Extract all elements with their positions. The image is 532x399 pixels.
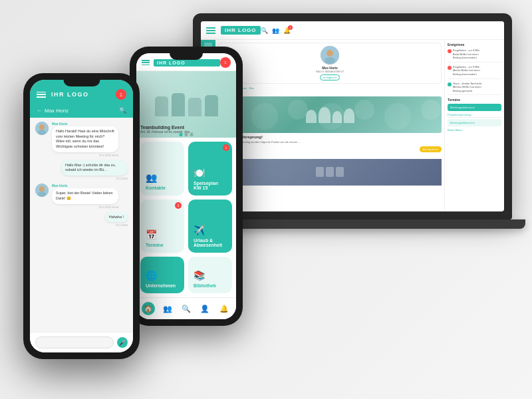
chat-time-3: 23.1.2023 14:09	[52, 205, 118, 209]
phone2-carousel[interactable]: Teambuilding Event Am 18. Februar ist es…	[136, 71, 236, 138]
mic-button[interactable]: 🎤	[117, 337, 128, 348]
laptop-post1-title: Meeting mit Vorsprung!	[218, 135, 442, 139]
termin-item-2[interactable]: Projektbesprechung	[448, 112, 501, 118]
laptop-header: IHR LOGO 🔍 👥 🔔 1	[201, 21, 504, 40]
grid-item-termine[interactable]: 3 📅 Termine	[140, 200, 184, 253]
phone1-device: IHR LOGO 1 ← Max Horiz 🔍	[23, 73, 140, 359]
chat-bubble-1: Hallo Harald! Hast du eine Mitschrift vo…	[52, 126, 118, 152]
carousel-dot-2	[185, 133, 188, 136]
phone2-notification-badge[interactable]: 1	[220, 57, 231, 68]
grid-urlaub-label: Urlaub & Abwesenheit	[194, 238, 227, 247]
grid-unternehmen-icon: 🌐	[146, 270, 157, 281]
phone1-back-nav: ← Max Horiz 🔍	[30, 105, 133, 118]
chat-bubble-wrapper-3: Max Horiz Super, bist der Beste! Vielen …	[52, 184, 118, 208]
svg-point-5	[38, 130, 46, 135]
chat-bubble-wrapper-4: Hahaha ! 23.1.2023	[105, 212, 128, 227]
right-item-dot-1	[448, 49, 452, 53]
laptop-header-icons: 🔍 👥 🔔 1	[261, 27, 291, 34]
search-chat-icon[interactable]: 🔍	[119, 107, 126, 114]
chat-bubble-2: Hallo Max :) schicke dir das zu, sobald …	[61, 160, 128, 176]
grid-item-urlaub[interactable]: ✈️ Urlaub & Abwesenheit	[188, 200, 232, 253]
laptop-right-item-2: Eingeladen - vor 8 MinMartin Müller hat …	[448, 65, 501, 79]
phone2-notch	[170, 53, 203, 60]
phone2-body: IHR LOGO 1 Teambuilding Ev	[130, 47, 243, 326]
right-item-text-3: Team - direkte NachrichtMarkus Möller ha…	[453, 82, 481, 93]
search-icon[interactable]: 🔍	[261, 27, 268, 34]
laptop-hamburger-icon[interactable]	[206, 27, 215, 34]
phone1-notification-badge[interactable]: 1	[116, 89, 126, 100]
phone1-chat-area[interactable]: Max Horiz Hallo Harald! Hast du eine Mit…	[30, 118, 133, 332]
chat-bubble-wrapper-1: Max Horiz Hallo Harald! Hast du eine Mit…	[52, 122, 118, 157]
nav-home-icon[interactable]: 🏠	[142, 302, 155, 315]
laptop-profile-role: SALES MANAGEMENT	[316, 70, 344, 73]
chat-avatar-3	[35, 184, 49, 197]
nav-search-icon[interactable]: 🔍	[180, 302, 193, 315]
termin-item-4[interactable]: Beate Blank...	[448, 128, 501, 132]
svg-point-8	[38, 192, 46, 197]
termin-item-1[interactable]: Beratungs­diskussion	[448, 104, 501, 111]
users-icon[interactable]: 👥	[272, 27, 279, 34]
chat-contact-name: Max Horiz	[45, 108, 68, 114]
phone2-grid-bottom: 🌐 Unternehmen 📚 Bibliothek	[136, 257, 236, 297]
right-item-dot-3	[448, 82, 452, 86]
phone2-carousel-dots	[180, 133, 194, 136]
laptop-right-item-1: Eingeladen - vor 8 MinAnita Müller hat e…	[448, 49, 501, 63]
chat-time-4: 23.1.2023	[116, 223, 128, 227]
phone2-device: IHR LOGO 1 Teambuilding Ev	[130, 47, 243, 326]
laptop-logo: IHR LOGO	[221, 26, 261, 35]
chat-message-2: Hallo Max :) schicke dir das zu, sobald …	[61, 160, 128, 180]
laptop-body-content: Max Horiz SALES MANAGEMENT Verfügbar ▾ G…	[201, 40, 504, 211]
grid-item-bibliothek[interactable]: 📚 Bibliothek	[188, 257, 232, 293]
grid-item-kontakte[interactable]: 👥 Kontakte	[140, 142, 184, 196]
nav-bell-icon[interactable]: 🔔	[217, 302, 231, 315]
laptop-termine-title: Termine	[448, 98, 501, 102]
chat-time-2: 23.1.2023	[116, 177, 128, 180]
laptop-read-button[interactable]: Beitrag lesen	[420, 146, 442, 152]
svg-point-4	[39, 124, 45, 130]
chat-sender-name-1: Max Horiz	[52, 122, 118, 126]
grid-speiseplan-badge: 1	[223, 144, 229, 151]
notifications-icon[interactable]: 🔔 1	[283, 27, 291, 34]
laptop-right-item-3: Team - direkte NachrichtMarkus Möller ha…	[448, 82, 501, 96]
laptop-post2-image	[218, 159, 442, 186]
laptop-screen: IHR LOGO 🔍 👥 🔔 1	[201, 21, 504, 211]
phone2-bottom-nav: 🏠 👥 🔍 👤 🔔	[136, 297, 236, 319]
grid-termine-badge: 3	[175, 202, 182, 209]
phone2-screen: IHR LOGO 1 Teambuilding Ev	[136, 53, 236, 319]
laptop-post1-actions: 👍 59 💬 14 Beitrag lesen	[218, 146, 442, 152]
grid-kontakte-label: Kontakte	[146, 186, 166, 190]
grid-item-speiseplan[interactable]: 1 🍽️ Speiseplan KW 15	[188, 142, 232, 196]
nav-profile-icon[interactable]: 👤	[198, 302, 211, 315]
laptop-post1-image	[218, 96, 442, 133]
termin-item-3[interactable]: Beratungs­diskussion	[448, 119, 501, 126]
post2-date: 09/12/2023 12:09	[218, 154, 442, 158]
laptop-profile-status[interactable]: Verfügbar ▾	[320, 74, 340, 80]
right-item-text-1: Eingeladen - vor 8 MinAnita Müller hat e…	[453, 49, 479, 60]
chat-sender-name-3: Max Horiz	[52, 184, 118, 188]
grid-termine-icon: 📅	[146, 229, 157, 240]
chat-bubble-wrapper-2: Hallo Max :) schicke dir das zu, sobald …	[61, 160, 128, 180]
laptop-post1-text: In unserem letzten Meeting wurden folgen…	[218, 140, 442, 144]
laptop-profile-avatar	[321, 46, 339, 65]
chat-input-field[interactable]	[35, 336, 114, 348]
grid-speiseplan-icon: 🍽️	[194, 168, 205, 178]
nav-people-icon[interactable]: 👥	[161, 302, 174, 315]
svg-point-2	[325, 57, 335, 64]
grid-item-unternehmen[interactable]: 🌐 Unternehmen	[140, 257, 184, 293]
phone2-hamburger-icon[interactable]	[142, 60, 150, 65]
back-arrow-icon[interactable]: ←	[37, 108, 42, 114]
right-item-text-2: Eingeladen - vor 8 MinMartin Müller hat …	[453, 65, 480, 76]
grid-termine-label: Termine	[146, 243, 164, 247]
laptop-right-panel: Ereignisse Eingeladen - vor 8 MinAnita M…	[444, 40, 504, 211]
chat-message-4: Hahaha ! 23.1.2023	[105, 212, 128, 227]
laptop-ereignisse-title: Ereignisse	[448, 43, 501, 47]
grid-speiseplan-label: Speiseplan KW 15	[194, 181, 227, 190]
chat-time-1: 23.1.2023 14:55	[52, 154, 118, 157]
chat-message-1: Max Horiz Hallo Harald! Hast du eine Mit…	[35, 122, 118, 157]
phone1-body: IHR LOGO 1 ← Max Horiz 🔍	[23, 73, 140, 359]
grid-bibliothek-label: Bibliothek	[194, 283, 216, 288]
phone1-hamburger-icon[interactable]	[37, 92, 46, 98]
phone1-input-area: 🎤	[30, 332, 133, 352]
grid-kontakte-icon: 👥	[146, 172, 157, 183]
laptop-quick-links: Geburtstage · Jubiläum · Neu	[218, 86, 442, 90]
